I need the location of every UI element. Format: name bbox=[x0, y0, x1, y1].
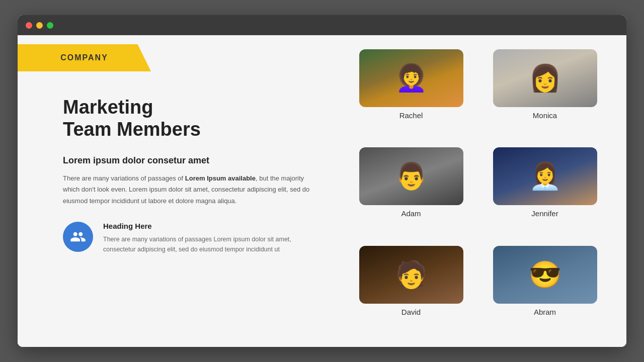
minimize-dot[interactable] bbox=[36, 22, 43, 29]
feature-description: There are many variations of passages Lo… bbox=[103, 234, 314, 254]
member-photo-abram: 😎 bbox=[493, 246, 597, 304]
member-name-abram: Abram bbox=[534, 308, 556, 316]
left-content: Marketing Team Members Lorem ipsum dolor… bbox=[18, 71, 340, 269]
member-photo-david: 🧑 bbox=[359, 246, 463, 304]
member-photo-rachel: 👩‍🦱 bbox=[359, 49, 463, 107]
member-name-rachel: Rachel bbox=[399, 111, 423, 120]
member-name-jennifer: Jennifer bbox=[531, 209, 558, 218]
team-member-adam: 👨Adam bbox=[350, 147, 472, 234]
feature-text-block: Heading Here There are many variations o… bbox=[103, 222, 314, 254]
close-dot[interactable] bbox=[26, 22, 32, 29]
feature-icon-circle bbox=[63, 222, 93, 252]
feature-block: Heading Here There are many variations o… bbox=[63, 222, 314, 254]
app-window: COMPANY Marketing Team Members Lorem ips… bbox=[18, 15, 626, 347]
company-badge: COMPANY bbox=[18, 44, 151, 71]
member-name-david: David bbox=[401, 308, 421, 316]
main-content: COMPANY Marketing Team Members Lorem ips… bbox=[18, 35, 626, 347]
team-member-jennifer: 👩‍💼Jennifer bbox=[484, 147, 606, 234]
people-icon bbox=[70, 229, 86, 245]
team-grid: 👩‍🦱Rachel👩Monica👨Adam👩‍💼Jennifer🧑David😎A… bbox=[340, 35, 626, 347]
team-member-rachel: 👩‍🦱Rachel bbox=[350, 49, 472, 136]
team-member-david: 🧑David bbox=[350, 246, 472, 333]
member-photo-jennifer: 👩‍💼 bbox=[493, 147, 597, 205]
titlebar bbox=[18, 15, 626, 35]
left-panel: COMPANY Marketing Team Members Lorem ips… bbox=[18, 35, 340, 347]
feature-heading: Heading Here bbox=[103, 222, 314, 230]
member-photo-monica: 👩 bbox=[493, 49, 597, 107]
team-member-abram: 😎Abram bbox=[484, 246, 606, 333]
maximize-dot[interactable] bbox=[47, 22, 53, 29]
member-photo-adam: 👨 bbox=[359, 147, 463, 205]
member-name-monica: Monica bbox=[533, 111, 557, 120]
team-member-monica: 👩Monica bbox=[484, 49, 606, 136]
section-heading: Lorem ipsum dolor consetur amet bbox=[63, 155, 314, 166]
member-name-adam: Adam bbox=[401, 209, 421, 218]
main-heading: Marketing Team Members bbox=[63, 97, 314, 140]
body-text: There are many variations of passages of… bbox=[63, 173, 314, 206]
